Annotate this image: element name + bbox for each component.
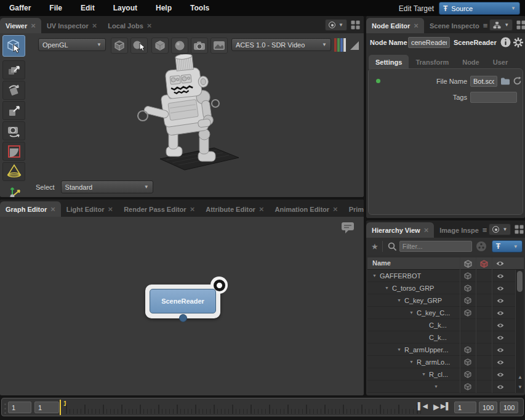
skip-to-end-button[interactable]: ▶▌ xyxy=(441,402,451,410)
light-tool-button[interactable] xyxy=(2,162,25,181)
range-start-input[interactable] xyxy=(8,402,31,413)
close-icon[interactable]: × xyxy=(414,23,419,29)
visibility-column-header-icon[interactable] xyxy=(492,257,508,270)
menu-edit[interactable]: Edit xyxy=(71,0,104,16)
play-button[interactable]: ▶ xyxy=(433,402,439,411)
tab-transform[interactable]: Transform xyxy=(409,55,455,69)
menu-tools[interactable]: Tools xyxy=(181,0,218,16)
camera-settings-button[interactable] xyxy=(191,38,208,54)
cube-column-header-icon[interactable] xyxy=(460,257,476,270)
menu-layout[interactable]: Layout xyxy=(104,0,146,16)
scene-reader-node[interactable]: SceneReader xyxy=(145,285,220,318)
tab-user[interactable]: User xyxy=(486,55,515,69)
table-row[interactable]: ▼GAFFERBOT xyxy=(367,270,524,282)
filter-options-icon[interactable] xyxy=(476,241,487,252)
expander-icon[interactable]: ▼ xyxy=(409,360,414,364)
tab-hierarchy-view[interactable]: Hierarchy View× xyxy=(366,222,434,238)
node-output-port[interactable] xyxy=(179,314,187,322)
renderer-dropdown[interactable]: OpenGL ▼ xyxy=(38,38,106,51)
tab-attribute-editor[interactable]: Attribute Editor× xyxy=(200,201,269,217)
table-row[interactable]: ▼C_torso_GRP xyxy=(367,282,524,294)
visibility-eye-icon[interactable] xyxy=(492,344,508,356)
playhead-marker[interactable] xyxy=(60,400,61,415)
skip-to-start-button[interactable]: ▌◀ xyxy=(418,402,428,410)
info-icon[interactable] xyxy=(500,37,511,47)
range-end-input[interactable] xyxy=(500,402,518,413)
file-name-input[interactable] xyxy=(470,76,497,87)
select-tool-button[interactable] xyxy=(2,35,25,57)
gear-icon[interactable] xyxy=(513,37,524,48)
expander-icon[interactable]: ▼ xyxy=(422,372,426,376)
expander-icon[interactable]: ▼ xyxy=(397,347,401,352)
table-row[interactable]: ▼R_armUpper... xyxy=(367,344,524,356)
tab-node-editor[interactable]: Node Editor× xyxy=(366,18,424,33)
timeline-grip-handle[interactable] xyxy=(4,403,7,414)
edit-target-dropdown[interactable]: Ŧ Source ▼ xyxy=(439,2,520,15)
expander-icon[interactable]: ▼ xyxy=(372,273,377,278)
table-row[interactable]: C_k... xyxy=(367,319,524,331)
scroll-up-icon[interactable]: ▲ xyxy=(516,372,524,382)
playback-start-input[interactable] xyxy=(34,402,59,413)
exclude-column-header-icon[interactable] xyxy=(476,257,492,270)
shading-mode-button[interactable] xyxy=(151,38,169,54)
lighting-mode-button[interactable] xyxy=(171,38,188,54)
close-icon[interactable]: × xyxy=(424,227,429,233)
expander-icon[interactable]: ▼ xyxy=(385,286,389,290)
node-graph-canvas[interactable]: SceneReader xyxy=(0,217,364,395)
focus-target-button[interactable]: ▼ xyxy=(325,19,347,31)
tab-animation-editor[interactable]: Animation Editor× xyxy=(269,201,343,217)
visibility-eye-icon[interactable] xyxy=(492,294,508,307)
layout-grid-icon[interactable] xyxy=(515,225,524,234)
select-mode-dropdown[interactable]: Standard ▼ xyxy=(61,180,153,193)
close-icon[interactable]: × xyxy=(259,206,264,212)
close-icon[interactable]: × xyxy=(50,206,55,212)
view-options-button[interactable] xyxy=(210,38,228,54)
close-icon[interactable]: × xyxy=(147,23,152,29)
current-frame-input[interactable] xyxy=(454,402,476,413)
close-icon[interactable]: × xyxy=(190,206,195,212)
menu-gaffer[interactable]: Gaffer xyxy=(0,0,40,16)
gafferbot-3d-model[interactable] xyxy=(112,54,255,177)
close-icon[interactable]: × xyxy=(108,206,113,212)
table-row[interactable]: ▼C_key_GRP xyxy=(367,294,524,307)
exposure-button[interactable] xyxy=(350,41,359,50)
bookmark-star-icon[interactable]: ★ xyxy=(371,242,379,251)
focus-target-button[interactable]: ▼ xyxy=(489,224,511,235)
scroll-down-icon[interactable]: ▼ xyxy=(516,382,524,392)
playback-end-input[interactable] xyxy=(479,402,497,413)
table-row[interactable]: ▼ xyxy=(367,381,524,393)
display-transform-dropdown[interactable]: ACES 1.0 - SDR Video ▼ xyxy=(231,38,331,51)
rotate-tool-button[interactable] xyxy=(2,81,25,100)
visibility-eye-icon[interactable] xyxy=(492,282,508,294)
tab-viewer[interactable]: Viewer× xyxy=(0,18,41,33)
table-row[interactable]: C_k... xyxy=(367,331,524,344)
menu-file[interactable]: File xyxy=(40,0,71,16)
menu-help[interactable]: Help xyxy=(146,0,181,16)
table-row[interactable]: ▼R_armLo... xyxy=(367,356,524,368)
close-icon[interactable]: × xyxy=(92,23,97,29)
visibility-eye-icon[interactable] xyxy=(492,356,508,368)
light-position-tool-button[interactable] xyxy=(2,182,25,197)
visibility-eye-icon[interactable] xyxy=(492,270,508,282)
layout-grid-icon[interactable] xyxy=(351,20,360,30)
visibility-eye-icon[interactable] xyxy=(492,331,508,344)
visibility-eye-icon[interactable] xyxy=(492,319,508,331)
crop-window-tool-button[interactable] xyxy=(2,142,25,161)
camera-tool-button[interactable] xyxy=(2,121,25,140)
editor-link-button[interactable]: ▼ xyxy=(489,19,513,31)
visibility-eye-icon[interactable] xyxy=(492,307,508,319)
drawing-mode-button[interactable] xyxy=(111,38,128,54)
node-name-input[interactable] xyxy=(408,37,450,48)
tab-light-editor[interactable]: Light Editor× xyxy=(61,201,118,217)
table-row[interactable]: ▼C_key_C... xyxy=(367,307,524,319)
name-column-header[interactable]: Name xyxy=(372,259,391,267)
scrollbar-thumb[interactable] xyxy=(517,271,523,292)
folder-browse-icon[interactable] xyxy=(500,78,510,85)
scale-tool-button[interactable] xyxy=(2,101,25,120)
close-icon[interactable]: × xyxy=(333,206,338,212)
close-icon[interactable]: × xyxy=(31,23,36,29)
tab-image-inspector[interactable]: Image Inspe≡ xyxy=(434,222,489,238)
edit-scope-dropdown[interactable]: Ŧ ▼ xyxy=(492,240,523,252)
table-row[interactable]: ▼R_cl... xyxy=(367,368,524,381)
tab-render-pass-editor[interactable]: Render Pass Editor× xyxy=(118,201,200,217)
